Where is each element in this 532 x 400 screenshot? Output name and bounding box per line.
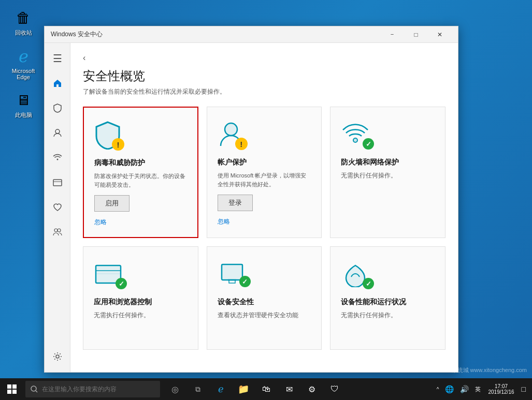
window-title: Windows 安全中心 <box>51 30 380 39</box>
person-warning-icon: ! <box>218 120 245 151</box>
wifi-check-icon: ✓ <box>341 122 370 150</box>
taskbar-store[interactable]: 🛍 <box>255 378 277 400</box>
svg-point-8 <box>353 138 357 142</box>
sidebar-item-family[interactable] <box>46 221 69 244</box>
taskbar-explorer[interactable]: 📁 <box>233 378 254 400</box>
svg-point-0 <box>55 129 60 134</box>
edge-icon[interactable]: ℯ Microsoft Edge <box>5 44 41 82</box>
sidebar-item-heart[interactable] <box>46 196 69 219</box>
card-virus-protection: ! 病毒和威胁防护 防篡改保护处于关闭状态。你的设备可能易受攻击。 启用 忽略 <box>83 107 198 238</box>
taskbar-shield[interactable]: 🛡 <box>324 378 346 400</box>
search-box[interactable] <box>25 381 160 397</box>
svg-point-4 <box>54 229 57 232</box>
device-security-icon-area: ✓ <box>218 257 311 293</box>
svg-rect-15 <box>7 384 11 389</box>
taskbar: ◎ ⧉ ℯ 📁 🛍 ✉ ⚙ 🛡 ^ 🌐 🔊 英 17:07 2019/12/16… <box>0 378 532 400</box>
page-subtitle: 了解设备当前的安全性和运行情况并采取必要操作。 <box>83 87 445 96</box>
virus-icon-area: ! <box>94 118 187 154</box>
taskbar-settings[interactable]: ⚙ <box>301 378 323 400</box>
start-button[interactable] <box>0 378 23 400</box>
taskbar-task-view[interactable]: ⧉ <box>187 378 209 400</box>
account-icon-area: ! <box>218 117 311 154</box>
desktop: 🗑 回收站 ℯ Microsoft Edge 🖥 此电脑 Windows 安全中… <box>0 0 532 400</box>
svg-point-1 <box>56 159 58 160</box>
cards-grid: ! 病毒和威胁防护 防篡改保护处于关闭状态。你的设备可能易受攻击。 启用 忽略 <box>83 107 445 350</box>
recycle-bin-label: 回收站 <box>15 29 32 37</box>
page-title: 安全性概览 <box>83 68 445 84</box>
svg-point-7 <box>225 123 237 136</box>
clock-time: 17:07 <box>495 383 508 389</box>
card-device-security-status: 查看状态并管理硬件安全功能 <box>218 311 311 320</box>
card-device-security-title: 设备安全性 <box>218 298 311 307</box>
card-device-security: ✓ 设备安全性 查看状态并管理硬件安全功能 <box>207 246 322 350</box>
taskbar-edge[interactable]: ℯ <box>210 378 232 400</box>
card-virus-desc: 防篡改保护处于关闭状态。你的设备可能易受攻击。 <box>94 172 187 189</box>
card-device-performance-status: 无需执行任何操作。 <box>341 311 435 320</box>
svg-rect-17 <box>7 390 11 394</box>
signin-button[interactable]: 登录 <box>218 195 253 211</box>
svg-line-20 <box>36 391 37 392</box>
card-firewall-status: 无需执行任何操作。 <box>341 171 435 180</box>
sidebar: ☰ <box>45 43 70 372</box>
sidebar-item-shield[interactable] <box>46 97 69 120</box>
taskbar-cortana[interactable]: ◎ <box>164 378 186 400</box>
device-performance-icon-area: ✓ <box>341 257 435 293</box>
card-account-protection: ! 帐户保护 使用 Microsoft 帐户登录，以增强安全性并获得其他好处。 … <box>207 107 322 238</box>
card-account-desc: 使用 Microsoft 帐户登录，以增强安全性并获得其他好处。 <box>218 171 311 188</box>
sidebar-settings[interactable] <box>46 345 69 368</box>
card-device-performance: ✓ 设备性能和运行状况 无需执行任何操作。 <box>330 246 445 350</box>
close-button[interactable]: ✕ <box>428 26 452 43</box>
card-app-browser-status: 无需执行任何操作。 <box>94 311 188 320</box>
svg-rect-16 <box>12 384 17 389</box>
svg-rect-12 <box>222 264 242 280</box>
card-account-title: 帐户保护 <box>218 158 311 167</box>
sidebar-item-wifi[interactable] <box>46 146 69 169</box>
enable-button[interactable]: 启用 <box>94 195 130 212</box>
security-center-window: Windows 安全中心 － □ ✕ ☰ <box>44 26 458 373</box>
card-app-browser: ✓ 应用和浏览器控制 无需执行任何操作。 <box>83 246 198 350</box>
card-app-browser-title: 应用和浏览器控制 <box>94 298 188 307</box>
tray-lang[interactable]: 英 <box>473 386 483 393</box>
tray-network[interactable]: 🌐 <box>443 385 456 393</box>
account-ignore-link[interactable]: 忽略 <box>218 217 311 226</box>
tray-volume[interactable]: 🔊 <box>458 385 471 393</box>
card-firewall-title: 防火墙和网络保护 <box>341 158 435 167</box>
card-device-performance-title: 设备性能和运行状况 <box>341 298 435 307</box>
main-content: ‹ 安全性概览 了解设备当前的安全性和运行情况并采取必要操作。 ! <box>70 43 458 372</box>
svg-rect-18 <box>12 390 17 394</box>
card-firewall: ✓ 防火墙和网络保护 无需执行任何操作。 <box>330 107 445 238</box>
desktop-icons: 🗑 回收站 ℯ Microsoft Edge 🖥 此电脑 <box>5 5 41 121</box>
window-controls: － □ ✕ <box>380 26 452 43</box>
sidebar-item-browser[interactable] <box>46 171 69 194</box>
minimize-button[interactable]: － <box>380 26 404 43</box>
taskbar-center-icons: ◎ ⧉ ℯ 📁 🛍 ✉ ⚙ 🛡 <box>164 378 346 400</box>
search-input[interactable] <box>42 386 146 393</box>
svg-point-5 <box>57 229 61 232</box>
app-browser-icon-area: ✓ <box>94 257 188 293</box>
window-body: ☰ <box>45 43 458 372</box>
recycle-bin-icon[interactable]: 🗑 回收站 <box>5 5 41 39</box>
sidebar-item-home[interactable] <box>46 72 69 95</box>
svg-point-19 <box>31 386 36 391</box>
back-button[interactable]: ‹ <box>83 53 445 63</box>
watermark: 系统城 www.xitongcheng.com <box>452 366 527 374</box>
sidebar-menu-toggle[interactable]: ☰ <box>46 47 69 70</box>
edge-label: Microsoft Edge <box>7 68 39 80</box>
this-pc-label: 此电脑 <box>15 111 32 119</box>
titlebar: Windows 安全中心 － □ ✕ <box>45 26 458 43</box>
virus-ignore-link[interactable]: 忽略 <box>94 218 187 227</box>
svg-point-6 <box>56 355 59 358</box>
clock[interactable]: 17:07 2019/12/16 <box>485 383 517 395</box>
taskbar-mail[interactable]: ✉ <box>278 378 300 400</box>
maximize-button[interactable]: □ <box>404 26 428 43</box>
shield-warning-icon: ! <box>94 121 121 152</box>
this-pc-icon[interactable]: 🖥 此电脑 <box>5 87 41 121</box>
svg-rect-2 <box>53 180 62 186</box>
tray-expand[interactable]: ^ <box>435 387 441 392</box>
sidebar-item-account[interactable] <box>46 122 69 144</box>
clock-date: 2019/12/16 <box>488 389 514 395</box>
tray-notifications[interactable]: □ <box>520 385 528 393</box>
firewall-icon-area: ✓ <box>341 117 435 154</box>
taskbar-tray: ^ 🌐 🔊 英 17:07 2019/12/16 □ <box>435 383 532 395</box>
card-virus-title: 病毒和威胁防护 <box>94 158 187 168</box>
